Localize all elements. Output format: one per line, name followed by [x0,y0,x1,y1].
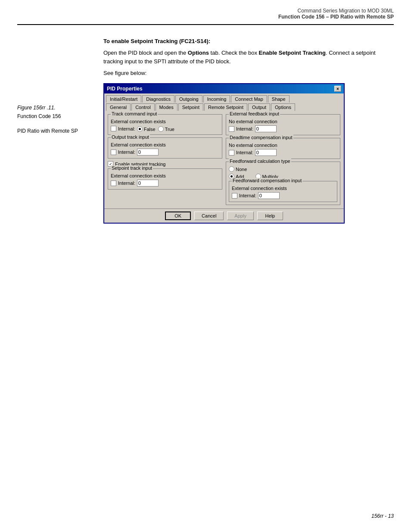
external-feedback-title: External feedback input [229,111,280,116]
track-command-conn-status: External connection exists [111,119,219,124]
figure-label: Figure 156rr .11. [17,105,95,111]
content-area: Figure 156rr .11. Function Code 156 PID … [0,25,411,236]
tab-row-2: General Control Modes Setpoint Remote Se… [106,103,342,111]
sub-title: Function Code 156 – PID Ratio with Remot… [17,14,394,20]
setpoint-track-input-field[interactable] [137,180,159,187]
setpoint-track-title: Setpoint track input [111,165,153,171]
output-track-input-field[interactable] [137,149,159,156]
feedforward-comp-internal-row: Internal: [232,192,334,199]
setpoint-track-internal-label: Internal: [118,180,135,186]
external-feedback-internal-checkbox[interactable] [229,126,234,132]
dialog-titlebar: PID Properties × [104,84,344,93]
left-column: Track command input External connection … [108,114,222,205]
output-track-title: Output track input [111,134,150,140]
output-track-conn-status: External connection exists [111,142,219,147]
radio-false-label: False [137,126,156,132]
external-feedback-internal-row: Internal: [229,125,337,132]
top-title: Command Series Migration to MOD 30ML [17,8,394,14]
tab-shape[interactable]: Shape [268,95,290,103]
close-button[interactable]: × [334,86,341,92]
feedforward-comp-input-field[interactable] [258,192,280,199]
external-feedback-internal-label: Internal: [236,126,253,131]
feedforward-comp-conn-status: External connection exists [232,186,334,191]
feedforward-calc-group: Feedforward calculation type None Add [226,162,340,205]
feedforward-comp-internal-checkbox[interactable] [232,193,237,199]
output-track-internal-checkbox[interactable] [111,149,116,155]
section-title: To enable Setpoint Tracking (FC21-S14): [103,38,394,44]
tab-control[interactable]: Control [131,103,154,111]
track-command-internal-checkbox[interactable] [111,126,116,131]
setpoint-track-internal-checkbox[interactable] [111,180,116,186]
feedforward-none-row: None [229,166,337,172]
dialog-footer: OK Cancel Apply Help [104,208,344,223]
feedforward-comp-title: Feedforward compensation input [232,178,302,183]
track-command-title: Track command input [111,111,158,116]
tab-diagnostics[interactable]: Diagnostics [142,95,174,103]
tab-options[interactable]: Options [271,103,295,111]
radio-none[interactable] [229,166,234,172]
radio-true[interactable] [158,126,164,132]
figure-caption: Function Code 156 PID Ratio with Remote … [17,113,95,134]
external-feedback-group: External feedback input No external conn… [226,114,340,135]
tab-setpoint[interactable]: Setpoint [178,103,203,111]
deadtime-compensation-internal-row: Internal: [229,149,337,156]
track-command-internal-label: Internal: [118,126,135,131]
track-command-internal-row: Internal: False True [111,125,219,132]
radio-none-label: None [229,166,247,172]
tab-modes[interactable]: Modes [156,103,177,111]
setpoint-track-conn-status: External connection exists [111,173,219,178]
deadtime-compensation-conn-status: No external connection [229,143,337,148]
deadtime-compensation-group: Deadtime compensation input No external … [226,138,340,159]
external-feedback-conn-status: No external connection [229,119,337,124]
radio-false[interactable] [137,126,143,132]
body-paragraph: Open the PID block and open the Options … [103,49,394,65]
deadtime-compensation-internal-checkbox[interactable] [229,150,234,156]
deadtime-compensation-input-field[interactable] [255,149,277,156]
page-footer: 156rr - 13 [371,513,394,519]
dialog-title: PID Properties [107,86,143,92]
track-command-input-group: Track command input External connection … [108,114,222,135]
tab-initial-restart[interactable]: Initial/Restart [106,95,141,103]
feedforward-comp-input-group: Feedforward compensation input External … [229,181,337,202]
ok-button[interactable]: OK [165,212,191,220]
setpoint-track-internal-row: Internal: [111,180,219,187]
feedforward-calc-title: Feedforward calculation type [229,159,291,164]
track-command-radio-group: False True [137,126,174,132]
tab-output[interactable]: Output [248,103,270,111]
pid-properties-dialog: PID Properties × Initial/Restart Diagnos… [103,83,345,224]
tab-outgoing[interactable]: Outgoing [175,95,202,103]
deadtime-compensation-title: Deadtime compensation input [229,135,293,140]
tab-general[interactable]: General [106,103,131,111]
tab-row-1: Initial/Restart Diagnostics Outgoing Inc… [106,95,342,103]
output-track-input-group: Output track input External connection e… [108,137,222,159]
tab-incoming[interactable]: Incoming [203,95,230,103]
radio-true-label: True [158,126,174,132]
tab-connect-map[interactable]: Connect Map [231,95,267,103]
enable-setpoint-section: Enable setpoint tracking Setpoint track … [108,161,222,190]
feedforward-comp-internal-label: Internal: [239,193,256,198]
tab-remote-setpoint[interactable]: Remote Setpoint [204,103,247,111]
apply-button[interactable]: Apply [227,212,254,220]
dialog-body: Track command input External connection … [104,111,344,208]
see-figure-text: See figure below: [103,70,394,76]
deadtime-compensation-internal-label: Internal: [236,150,253,155]
output-track-internal-row: Internal: [111,149,219,156]
help-button[interactable]: Help [257,212,283,220]
output-track-internal-label: Internal: [118,149,135,155]
external-feedback-input-field[interactable] [255,125,277,132]
page-header: Command Series Migration to MOD 30ML Fun… [0,0,411,22]
setpoint-track-input-group: Setpoint track input External connection… [108,168,222,190]
cancel-button[interactable]: Cancel [194,212,224,220]
right-column: External feedback input No external conn… [226,114,340,205]
